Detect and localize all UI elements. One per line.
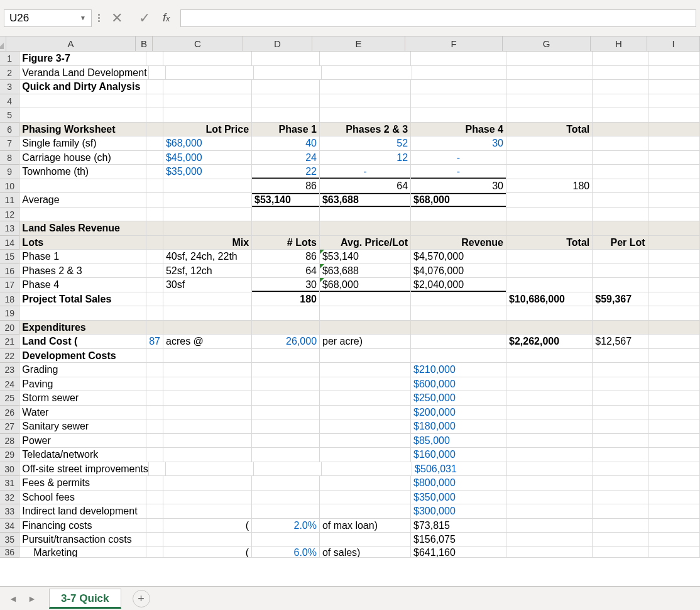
add-sheet-icon[interactable]: + xyxy=(133,590,150,607)
cell[interactable] xyxy=(593,306,648,321)
cell[interactable]: $45,000 xyxy=(163,151,252,165)
row-header[interactable]: 19 xyxy=(0,306,19,321)
cell[interactable]: School fees xyxy=(19,491,146,505)
cell[interactable] xyxy=(163,391,252,406)
cell[interactable] xyxy=(320,80,411,94)
cell[interactable] xyxy=(252,533,320,547)
row-header[interactable]: 8 xyxy=(0,151,19,165)
row-header[interactable]: 18 xyxy=(0,292,19,307)
cell[interactable] xyxy=(252,391,320,406)
cell[interactable] xyxy=(146,80,163,94)
cell[interactable] xyxy=(648,179,700,194)
cell[interactable]: $2,262,000 xyxy=(506,335,593,349)
cell[interactable] xyxy=(593,321,648,335)
row-header[interactable]: 1 xyxy=(0,52,19,66)
cell[interactable] xyxy=(146,136,163,151)
cell[interactable] xyxy=(320,292,411,307)
cell[interactable]: Phases 2 & 3 xyxy=(320,123,411,137)
cell[interactable] xyxy=(146,108,163,123)
cell[interactable]: 86 xyxy=(252,250,320,264)
cell[interactable] xyxy=(648,406,700,420)
cell[interactable]: Project Total Sales xyxy=(19,292,146,307)
cell[interactable]: $800,000 xyxy=(411,476,506,491)
cell[interactable] xyxy=(254,66,321,80)
cell[interactable] xyxy=(648,349,700,363)
cell[interactable]: 30 xyxy=(411,136,506,151)
cell[interactable]: $300,000 xyxy=(411,504,506,519)
cell[interactable]: Total xyxy=(506,236,593,250)
cell[interactable] xyxy=(648,519,700,533)
row-header[interactable]: 4 xyxy=(0,94,19,109)
cell[interactable] xyxy=(146,519,163,533)
cell[interactable] xyxy=(593,179,648,194)
cell[interactable] xyxy=(593,123,648,137)
cell[interactable]: $156,075 xyxy=(411,533,506,547)
cell[interactable] xyxy=(648,434,700,448)
cell[interactable] xyxy=(163,377,252,392)
cell[interactable] xyxy=(163,504,252,519)
cell[interactable] xyxy=(411,292,506,307)
cell[interactable]: Veranda Land Development xyxy=(19,66,149,80)
cell[interactable] xyxy=(506,406,593,420)
cell[interactable] xyxy=(163,491,252,505)
cell[interactable] xyxy=(252,363,320,377)
cell[interactable] xyxy=(320,491,411,505)
cell[interactable]: $4,076,000 xyxy=(411,264,506,279)
cell[interactable] xyxy=(320,448,411,462)
row-header[interactable]: 16 xyxy=(0,264,19,279)
cell[interactable]: Per Lot xyxy=(593,236,648,250)
cell[interactable] xyxy=(648,504,700,519)
cell[interactable] xyxy=(146,419,163,434)
cell[interactable] xyxy=(648,462,700,477)
cell[interactable] xyxy=(146,236,163,250)
name-box[interactable]: U26 ▼ xyxy=(4,9,92,27)
cell[interactable]: Revenue xyxy=(411,236,506,250)
cell[interactable] xyxy=(648,533,700,547)
cell[interactable]: 64 xyxy=(252,264,320,279)
cell[interactable]: Single family (sf) xyxy=(19,136,146,151)
cell[interactable]: 180 xyxy=(252,292,320,307)
cell[interactable] xyxy=(507,462,593,477)
cell[interactable] xyxy=(506,519,593,533)
cell[interactable] xyxy=(506,108,593,123)
cell[interactable] xyxy=(19,179,146,194)
cell[interactable] xyxy=(252,504,320,519)
cell[interactable] xyxy=(648,306,700,321)
cell[interactable] xyxy=(648,221,700,236)
cell[interactable]: ( xyxy=(163,519,252,533)
cell[interactable] xyxy=(506,80,593,94)
cell[interactable]: 22 xyxy=(252,165,320,179)
cell[interactable] xyxy=(648,66,700,80)
cell[interactable] xyxy=(146,434,163,448)
cell[interactable] xyxy=(146,491,163,505)
cell[interactable]: Total xyxy=(506,123,593,137)
cell[interactable]: 30sf xyxy=(163,278,252,292)
cell[interactable] xyxy=(320,94,411,109)
cell[interactable] xyxy=(506,52,593,66)
row-header[interactable]: 36 xyxy=(0,547,19,558)
cell[interactable] xyxy=(648,236,700,250)
cell[interactable] xyxy=(506,349,593,363)
cell[interactable]: $68,000 xyxy=(411,193,506,208)
row-header[interactable]: 27 xyxy=(0,419,19,434)
cell[interactable] xyxy=(593,491,648,505)
cell[interactable] xyxy=(506,306,593,321)
cell[interactable]: Pursuit/transaction costs xyxy=(19,533,146,547)
cell[interactable]: $85,000 xyxy=(411,434,506,448)
select-all-triangle[interactable] xyxy=(0,36,6,52)
cell[interactable]: - xyxy=(411,151,506,165)
row-header[interactable]: 2 xyxy=(0,66,19,80)
cell[interactable] xyxy=(146,406,163,420)
column-header[interactable]: F xyxy=(405,36,503,52)
cell[interactable]: Lot Price xyxy=(163,123,252,137)
cell[interactable] xyxy=(648,391,700,406)
cell[interactable] xyxy=(146,208,163,222)
cell[interactable] xyxy=(648,193,700,208)
cell[interactable]: Average xyxy=(19,193,146,208)
cell[interactable] xyxy=(146,278,163,292)
cell[interactable] xyxy=(593,476,648,491)
cell[interactable]: - xyxy=(411,165,506,179)
cell[interactable]: $4,570,000 xyxy=(411,250,506,264)
cancel-icon[interactable]: ✕ xyxy=(106,10,128,26)
cell[interactable] xyxy=(252,94,320,109)
